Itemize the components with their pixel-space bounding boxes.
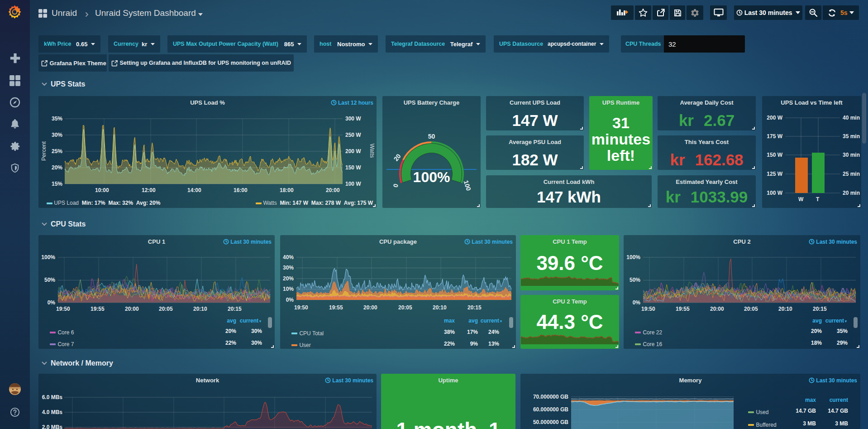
svg-text:Watts: Watts [369,144,375,158]
svg-text:Percent: Percent [41,141,47,161]
svg-text:100%: 100% [413,169,450,185]
svg-text:100: 100 [463,179,472,192]
svg-text:50: 50 [428,133,435,140]
svg-text:20: 20 [392,152,402,162]
svg-text:0: 0 [391,183,400,188]
